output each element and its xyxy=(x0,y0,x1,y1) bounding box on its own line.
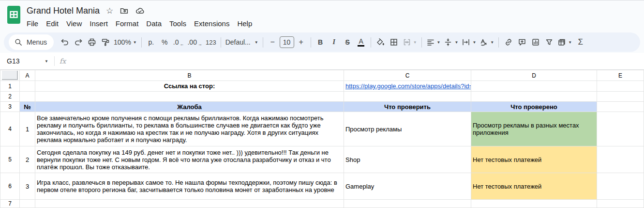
cell-E1[interactable] xyxy=(597,81,644,92)
formula-input[interactable] xyxy=(72,53,644,69)
cell-E6[interactable] xyxy=(597,173,644,200)
chevron-down-icon: ▼ xyxy=(413,40,417,45)
cell-D6[interactable]: Нет тестовых платежей xyxy=(471,173,597,200)
increase-decimal-button[interactable]: .00→ xyxy=(186,35,203,49)
menu-extensions[interactable]: Extensions xyxy=(190,18,233,29)
cell-C2[interactable] xyxy=(344,92,471,102)
cell-C5[interactable]: Shop xyxy=(344,146,471,173)
insert-link-button[interactable] xyxy=(502,35,515,49)
zoom-select[interactable]: 100% ▼ xyxy=(112,35,138,49)
column-header-C[interactable]: C xyxy=(344,70,471,81)
cell-A2[interactable] xyxy=(20,92,35,102)
column-header-B[interactable]: B xyxy=(35,70,344,81)
row-header-7[interactable]: 7 xyxy=(0,200,20,208)
text-color-button[interactable]: A xyxy=(355,35,368,49)
cell-B1[interactable]: Ссылка на стор: xyxy=(35,81,344,92)
redo-button[interactable] xyxy=(72,35,85,49)
cell-E7[interactable] xyxy=(597,200,644,208)
decrease-font-size-button[interactable]: − xyxy=(266,35,279,49)
chart-icon xyxy=(531,38,540,47)
store-link[interactable]: https://play.google.com/store/apps/detai… xyxy=(345,82,471,90)
cell-A5[interactable]: 2 xyxy=(20,146,35,173)
row-header-1[interactable]: 1 xyxy=(0,81,20,92)
font-select[interactable]: Defaul... ▼ xyxy=(224,35,260,49)
menu-help[interactable]: Help xyxy=(233,18,256,29)
paint-format-button[interactable] xyxy=(99,35,112,49)
percent-format-button[interactable]: % xyxy=(158,35,171,49)
cell-C1[interactable]: https://play.google.com/store/apps/detai… xyxy=(344,81,471,92)
cell-C3[interactable]: Что проверить xyxy=(344,102,471,112)
select-all-corner[interactable] xyxy=(0,70,20,81)
text-rotation-button[interactable]: ▼ xyxy=(478,35,495,49)
currency-format-button[interactable]: р. xyxy=(145,35,158,49)
menu-edit[interactable]: Edit xyxy=(42,18,62,29)
insert-comment-button[interactable] xyxy=(515,35,528,49)
cell-D4[interactable]: Просмотр рекламы в разных местах приложе… xyxy=(471,112,597,146)
font-size-input[interactable]: 10 xyxy=(280,36,294,48)
menu-insert[interactable]: Insert xyxy=(86,18,112,29)
name-box[interactable]: G13 ▼ xyxy=(7,57,48,65)
italic-button[interactable]: I xyxy=(328,35,341,49)
menu-tools[interactable]: Tools xyxy=(165,18,190,29)
cell-E4[interactable] xyxy=(597,112,644,146)
document-title[interactable]: Grand Hotel Mania xyxy=(27,6,100,16)
decrease-decimal-button[interactable]: .0← xyxy=(172,35,186,49)
cloud-saved-icon[interactable] xyxy=(135,6,145,16)
strikethrough-button[interactable]: S xyxy=(341,35,354,49)
cell-D5[interactable]: Нет тестовых платежей xyxy=(471,146,597,173)
column-header-E[interactable]: E xyxy=(597,70,644,81)
horizontal-align-button[interactable]: ▼ xyxy=(425,35,442,49)
text-wrap-button[interactable]: ▼ xyxy=(460,35,478,49)
cell-A7[interactable] xyxy=(20,200,35,208)
move-to-folder-icon[interactable] xyxy=(120,6,129,16)
cell-A4[interactable]: 1 xyxy=(20,112,35,146)
cell-B5[interactable]: Сегодня сделала покупку на 149 руб. дене… xyxy=(35,146,344,173)
menu-data[interactable]: Data xyxy=(142,18,165,29)
row-header-5[interactable]: 5 xyxy=(0,146,20,173)
row-header-6[interactable]: 6 xyxy=(0,173,20,200)
borders-button[interactable] xyxy=(388,35,401,49)
cell-D7[interactable] xyxy=(471,200,597,208)
cell-B7[interactable] xyxy=(35,200,344,208)
cell-B2[interactable] xyxy=(35,92,344,102)
cell-E2[interactable] xyxy=(597,92,644,102)
cell-B6[interactable]: Игра класс, развлечься в перерывах самое… xyxy=(35,173,344,200)
vertical-align-button[interactable]: ▼ xyxy=(442,35,460,49)
functions-button[interactable]: Σ xyxy=(574,35,587,49)
cell-B4[interactable]: Все замечательно кроме получения с помощ… xyxy=(35,112,344,146)
cell-D3[interactable]: Что проверено xyxy=(471,102,597,112)
cell-D1[interactable] xyxy=(471,81,597,92)
column-header-D[interactable]: D xyxy=(471,70,597,81)
cell-C4[interactable]: Просмотр рекламы xyxy=(344,112,471,146)
sheets-logo[interactable] xyxy=(7,6,20,24)
insert-chart-button[interactable] xyxy=(529,35,542,49)
more-formats-button[interactable]: 123 xyxy=(204,35,218,49)
cell-A1[interactable] xyxy=(20,81,35,92)
column-header-A[interactable]: A xyxy=(20,70,35,81)
menu-view[interactable]: View xyxy=(62,18,86,29)
table-views-button[interactable]: ▼ xyxy=(556,35,573,49)
cell-C7[interactable] xyxy=(344,200,471,208)
increase-font-size-button[interactable]: + xyxy=(295,35,308,49)
cell-D2[interactable] xyxy=(471,92,597,102)
cell-E5[interactable] xyxy=(597,146,644,173)
menu-file[interactable]: File xyxy=(23,18,42,29)
undo-button[interactable] xyxy=(58,35,71,49)
create-filter-button[interactable] xyxy=(542,35,555,49)
cell-A6[interactable]: 3 xyxy=(20,173,35,200)
menu-format[interactable]: Format xyxy=(112,18,143,29)
row-header-2[interactable]: 2 xyxy=(0,92,20,102)
row-header-4[interactable]: 4 xyxy=(0,112,20,146)
cell-E3[interactable] xyxy=(597,102,644,112)
star-icon[interactable]: ☆ xyxy=(106,7,113,15)
fill-color-button[interactable] xyxy=(374,35,387,49)
merge-cells-button[interactable]: ▼ xyxy=(401,35,419,49)
cell-C6[interactable]: Gameplay xyxy=(344,173,471,200)
print-button[interactable] xyxy=(85,35,98,49)
text-color-swatch xyxy=(358,45,364,47)
menus-search-button[interactable]: Menus xyxy=(9,34,54,50)
bold-button[interactable]: B xyxy=(314,35,327,49)
row-header-3[interactable]: 3 xyxy=(0,102,20,112)
cell-A3[interactable]: № xyxy=(20,102,35,112)
cell-B3[interactable]: Жалоба xyxy=(35,102,344,112)
